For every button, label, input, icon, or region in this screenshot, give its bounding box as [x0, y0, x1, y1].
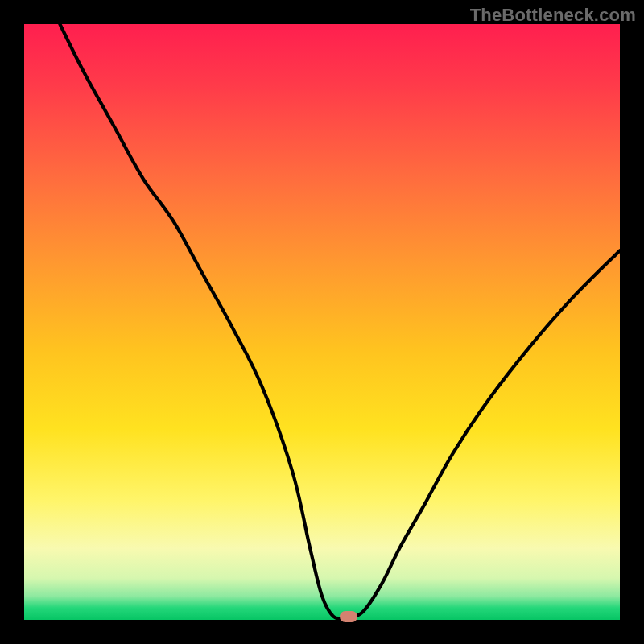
optimum-marker — [340, 611, 357, 622]
plot-area — [24, 24, 620, 620]
bottleneck-curve — [24, 24, 620, 620]
curve-path — [60, 24, 620, 618]
watermark-text: TheBottleneck.com — [470, 5, 636, 26]
chart-frame: TheBottleneck.com — [0, 0, 644, 644]
